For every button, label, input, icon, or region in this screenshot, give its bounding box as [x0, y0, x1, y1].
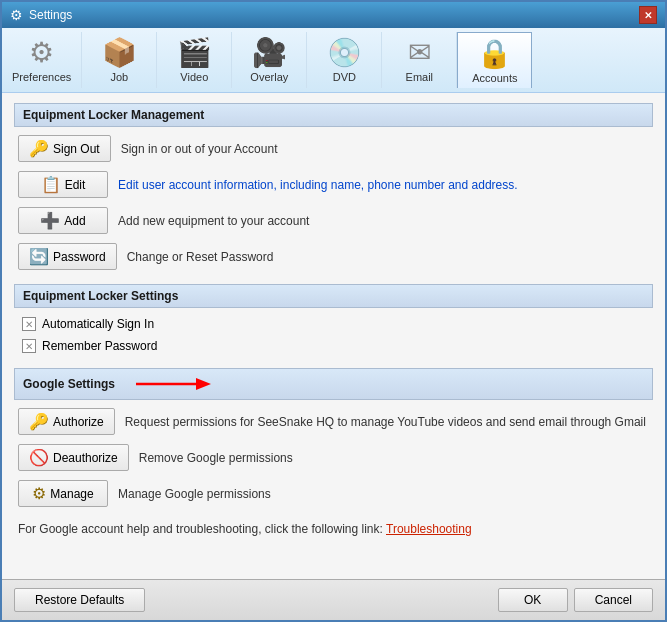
signout-row: 🔑 Sign Out Sign in or out of your Accoun…	[14, 133, 653, 164]
dvd-label: DVD	[333, 71, 356, 83]
preferences-label: Preferences	[12, 71, 71, 83]
manage-icon: ⚙	[32, 484, 46, 503]
settings-icon: ⚙	[10, 7, 23, 23]
overlay-icon: 🎥	[252, 36, 287, 69]
add-icon: ➕	[40, 211, 60, 230]
authorize-button[interactable]: 🔑 Authorize	[18, 408, 115, 435]
toolbar-item-job[interactable]: 📦 Job	[82, 32, 157, 88]
password-label: Password	[53, 250, 106, 264]
window-title: Settings	[29, 8, 72, 22]
deauthorize-label: Deauthorize	[53, 451, 118, 465]
password-row: 🔄 Password Change or Reset Password	[14, 241, 653, 272]
troubleshoot-link[interactable]: Troubleshooting	[386, 522, 472, 536]
troubleshoot-text: For Google account help and troubleshoot…	[18, 522, 386, 536]
cancel-button[interactable]: Cancel	[574, 588, 653, 612]
settings-window: ⚙ Settings ✕ ⚙ Preferences 📦 Job 🎬 Video…	[0, 0, 667, 622]
authorize-desc: Request permissions for SeeSnake HQ to m…	[125, 415, 646, 429]
footer: Restore Defaults OK Cancel	[2, 579, 665, 620]
add-button[interactable]: ➕ Add	[18, 207, 108, 234]
google-settings-header: Google Settings	[14, 368, 653, 400]
auto-signin-label: Automatically Sign In	[42, 317, 154, 331]
manage-button[interactable]: ⚙ Manage	[18, 480, 108, 507]
footer-right-buttons: OK Cancel	[498, 588, 653, 612]
edit-label: Edit	[65, 178, 86, 192]
edit-button[interactable]: 📋 Edit	[18, 171, 108, 198]
auto-signin-checkbox[interactable]: ✕	[22, 317, 36, 331]
toolbar-item-dvd[interactable]: 💿 DVD	[307, 32, 382, 88]
title-bar-left: ⚙ Settings	[10, 7, 72, 23]
manage-label: Manage	[50, 487, 93, 501]
deauthorize-icon: 🚫	[29, 448, 49, 467]
edit-desc: Edit user account information, including…	[118, 178, 518, 192]
remember-password-checkbox[interactable]: ✕	[22, 339, 36, 353]
add-desc: Add new equipment to your account	[118, 214, 309, 228]
email-icon: ✉	[408, 36, 431, 69]
deauthorize-row: 🚫 Deauthorize Remove Google permissions	[14, 442, 653, 473]
password-icon: 🔄	[29, 247, 49, 266]
google-settings-section: Google Settings 🔑 Authorize Request perm…	[14, 368, 653, 544]
remember-password-label: Remember Password	[42, 339, 157, 353]
authorize-icon: 🔑	[29, 412, 49, 431]
content-area: Equipment Locker Management 🔑 Sign Out S…	[2, 93, 665, 579]
equipment-settings-section: Equipment Locker Settings ✕ Automaticall…	[14, 284, 653, 356]
accounts-icon: 🔒	[477, 37, 512, 70]
troubleshoot-row: For Google account help and troubleshoot…	[14, 514, 653, 544]
google-settings-title: Google Settings	[23, 377, 115, 391]
toolbar-item-preferences[interactable]: ⚙ Preferences	[2, 32, 82, 88]
job-label: Job	[110, 71, 128, 83]
dvd-icon: 💿	[327, 36, 362, 69]
equipment-management-section: Equipment Locker Management 🔑 Sign Out S…	[14, 103, 653, 272]
auto-signin-row: ✕ Automatically Sign In	[14, 314, 653, 334]
add-row: ➕ Add Add new equipment to your account	[14, 205, 653, 236]
toolbar-item-video[interactable]: 🎬 Video	[157, 32, 232, 88]
edit-row: 📋 Edit Edit user account information, in…	[14, 169, 653, 200]
svg-marker-1	[196, 378, 211, 390]
video-icon: 🎬	[177, 36, 212, 69]
toolbar-item-overlay[interactable]: 🎥 Overlay	[232, 32, 307, 88]
accounts-label: Accounts	[472, 72, 517, 84]
signout-icon: 🔑	[29, 139, 49, 158]
preferences-icon: ⚙	[29, 36, 54, 69]
manage-desc: Manage Google permissions	[118, 487, 271, 501]
deauthorize-button[interactable]: 🚫 Deauthorize	[18, 444, 129, 471]
manage-row: ⚙ Manage Manage Google permissions	[14, 478, 653, 509]
overlay-label: Overlay	[250, 71, 288, 83]
password-button[interactable]: 🔄 Password	[18, 243, 117, 270]
edit-icon: 📋	[41, 175, 61, 194]
remember-password-row: ✕ Remember Password	[14, 336, 653, 356]
signout-button[interactable]: 🔑 Sign Out	[18, 135, 111, 162]
toolbar: ⚙ Preferences 📦 Job 🎬 Video 🎥 Overlay 💿 …	[2, 28, 665, 93]
deauthorize-desc: Remove Google permissions	[139, 451, 293, 465]
equipment-management-header: Equipment Locker Management	[14, 103, 653, 127]
equipment-settings-header: Equipment Locker Settings	[14, 284, 653, 308]
toolbar-item-accounts[interactable]: 🔒 Accounts	[457, 32, 532, 88]
title-bar: ⚙ Settings ✕	[2, 2, 665, 28]
job-icon: 📦	[102, 36, 137, 69]
password-desc: Change or Reset Password	[127, 250, 274, 264]
signout-label: Sign Out	[53, 142, 100, 156]
authorize-row: 🔑 Authorize Request permissions for SeeS…	[14, 406, 653, 437]
red-arrow-indicator	[131, 373, 211, 395]
restore-defaults-button[interactable]: Restore Defaults	[14, 588, 145, 612]
close-button[interactable]: ✕	[639, 6, 657, 24]
authorize-label: Authorize	[53, 415, 104, 429]
ok-button[interactable]: OK	[498, 588, 568, 612]
video-label: Video	[180, 71, 208, 83]
add-label: Add	[64, 214, 85, 228]
signout-desc: Sign in or out of your Account	[121, 142, 278, 156]
toolbar-item-email[interactable]: ✉ Email	[382, 32, 457, 88]
email-label: Email	[406, 71, 434, 83]
